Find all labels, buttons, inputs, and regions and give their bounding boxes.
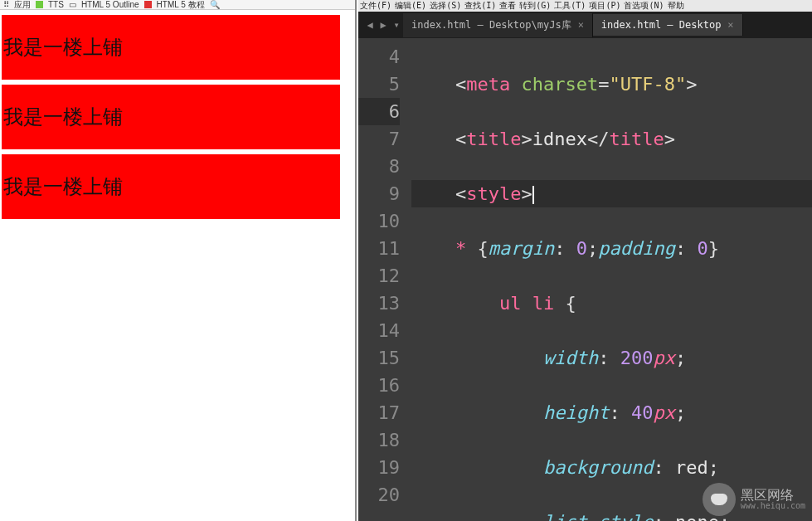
tab-1[interactable]: index.html — Desktop × xyxy=(593,14,743,36)
line-number: 11 xyxy=(358,235,400,262)
tab-0[interactable]: index.html — Desktop\myJs库 × xyxy=(403,13,593,37)
watermark-icon xyxy=(703,483,736,516)
line-number: 4 xyxy=(358,43,400,71)
watermark-url: www.heiqu.com xyxy=(741,502,805,510)
menu-select[interactable]: 选择(S) xyxy=(430,0,461,12)
line-number: 7 xyxy=(358,125,400,153)
list-item-text: 我是一楼上铺 xyxy=(3,173,123,200)
line-gutter: 4 5 6 7 8 9 10 11 12 13 14 15 16 17 18 1… xyxy=(358,38,411,521)
code-text[interactable]: <meta charset="UTF-8"> <title>idnex</tit… xyxy=(411,38,812,521)
tab-label: index.html — Desktop\myJs库 xyxy=(411,18,571,32)
watermark: 黑区网络 www.heiqu.com xyxy=(703,483,805,516)
line-number: 20 xyxy=(358,481,400,509)
menu-file[interactable]: 文件(F) xyxy=(360,0,391,12)
line-number: 14 xyxy=(358,317,400,344)
list-item-text: 我是一楼上铺 xyxy=(3,34,123,61)
close-icon[interactable]: × xyxy=(578,19,584,31)
html5-icon xyxy=(144,1,152,8)
search-icon[interactable]: 🔍 xyxy=(210,0,220,9)
list-item-text: 我是一楼上铺 xyxy=(3,104,123,130)
line-number: 18 xyxy=(358,426,400,454)
list-item[interactable]: 我是一楼上铺 xyxy=(2,154,340,219)
line-number: 13 xyxy=(358,290,400,317)
code-area[interactable]: 4 5 6 7 8 9 10 11 12 13 14 15 16 17 18 1… xyxy=(358,38,812,521)
list-item[interactable]: 我是一楼上铺 xyxy=(2,85,340,149)
line-number: 12 xyxy=(358,262,400,290)
line-number: 10 xyxy=(358,207,400,235)
editor-tab-bar: ◀ ▶ ▾ index.html — Desktop\myJs库 × index… xyxy=(358,12,812,38)
line-number: 16 xyxy=(358,372,400,399)
browser-panel: ⠿ 应用 TTS ▭ HTML 5 Outline HTML 5 教程 🔍 我是… xyxy=(0,0,357,521)
tab-dropdown-icon[interactable]: ▾ xyxy=(390,19,403,31)
text-cursor xyxy=(532,186,534,204)
bookmark-tts[interactable]: TTS xyxy=(48,0,64,9)
menu-edit[interactable]: 编辑(E) xyxy=(395,0,426,12)
menu-find[interactable]: 查找(I) xyxy=(464,0,496,12)
list-item[interactable]: 我是一楼上铺 xyxy=(2,15,340,80)
menu-view[interactable]: 查看 xyxy=(499,0,516,12)
tab-nav-right-icon[interactable]: ▶ xyxy=(377,19,390,31)
line-number: 5 xyxy=(358,71,400,98)
line-number: 6 xyxy=(358,98,400,125)
line-number: 8 xyxy=(358,153,400,180)
browser-viewport: 我是一楼上铺 我是一楼上铺 我是一楼上铺 xyxy=(0,10,355,219)
line-number: 15 xyxy=(358,344,400,372)
tab-label: index.html — Desktop xyxy=(601,19,722,31)
close-icon[interactable]: × xyxy=(727,19,733,31)
bookmark-item2[interactable]: HTML 5 教程 xyxy=(157,0,205,10)
editor-menu-bar: 文件(F) 编辑(E) 选择(S) 查找(I) 查看 转到(G) 工具(T) 项… xyxy=(358,0,812,12)
editor-panel: 文件(F) 编辑(E) 选择(S) 查找(I) 查看 转到(G) 工具(T) 项… xyxy=(358,0,812,521)
tts-icon xyxy=(36,1,43,8)
menu-project[interactable]: 项目(P) xyxy=(589,0,620,12)
menu-prefs[interactable]: 首选项(N) xyxy=(624,0,664,12)
browser-bookmark-bar: ⠿ 应用 TTS ▭ HTML 5 Outline HTML 5 教程 🔍 xyxy=(0,0,355,10)
line-number: 9 xyxy=(358,180,400,207)
menu-help[interactable]: 帮助 xyxy=(668,0,684,12)
tab-nav-left-icon[interactable]: ◀ xyxy=(363,19,377,31)
page-icon: ▭ xyxy=(69,0,76,9)
line-number: 17 xyxy=(358,399,400,426)
bookmark-apps[interactable]: 应用 xyxy=(14,0,31,10)
bookmark-item1[interactable]: HTML 5 Outline xyxy=(81,0,139,9)
apps-icon[interactable]: ⠿ xyxy=(3,0,9,9)
line-number: 19 xyxy=(358,454,400,481)
menu-tools[interactable]: 工具(T) xyxy=(554,0,586,12)
menu-goto[interactable]: 转到(G) xyxy=(519,0,551,12)
